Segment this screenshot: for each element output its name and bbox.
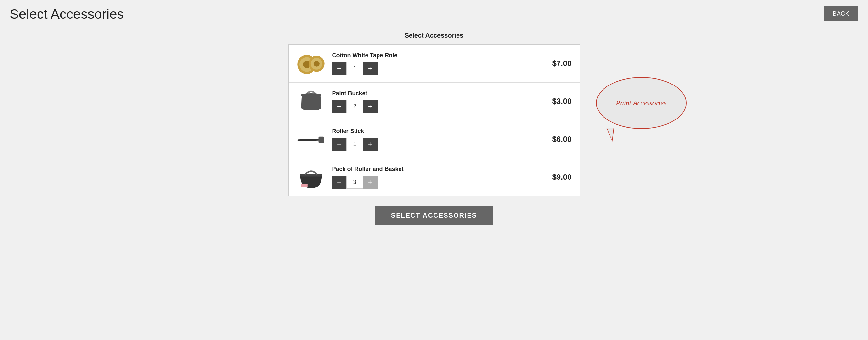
svg-point-7 [301, 93, 321, 97]
quantity-input-tape[interactable] [346, 62, 363, 75]
speech-bubble-text: Paint Accessories [613, 95, 670, 111]
increment-button-bucket[interactable]: + [363, 100, 377, 113]
decrement-button-bucket[interactable]: − [332, 100, 346, 113]
roller-image [297, 126, 326, 152]
quantity-input-bucket[interactable] [346, 100, 363, 113]
accessories-list: Cotton White Tape Role − + $7.00 [288, 44, 580, 196]
table-row: Paint Bucket − + $3.00 [289, 83, 580, 120]
accessory-name: Paint Bucket [332, 90, 536, 97]
bucket-image [297, 88, 326, 114]
accessory-info: Roller Stick − + [332, 128, 536, 151]
decrement-button-roller[interactable]: − [332, 138, 346, 151]
accessory-name: Cotton White Tape Role [332, 52, 536, 59]
speech-bubble-container: Paint Accessories [586, 77, 696, 129]
accessory-info: Cotton White Tape Role − + [332, 52, 536, 75]
table-row: Pack of Roller and Basket − + $9.00 [289, 158, 580, 196]
svg-line-8 [298, 140, 320, 140]
table-row: Cotton White Tape Role − + $7.00 [289, 45, 580, 83]
select-btn-container: SELECT ACCESSORIES [288, 206, 580, 225]
quantity-input-roller[interactable] [346, 138, 363, 151]
svg-rect-10 [300, 174, 322, 177]
accessory-price-basket: $9.00 [542, 173, 572, 182]
back-button[interactable]: BACK [824, 6, 858, 21]
svg-rect-11 [301, 184, 307, 187]
accessory-info: Paint Bucket − + [332, 90, 536, 113]
section-title: Select Accessories [288, 32, 580, 39]
svg-point-5 [313, 61, 319, 67]
decrement-button-tape[interactable]: − [332, 62, 346, 75]
accessory-price-bucket: $3.00 [542, 97, 572, 106]
accessory-name: Roller Stick [332, 128, 536, 135]
page-title: Select Accessories [10, 6, 124, 22]
accessory-info: Pack of Roller and Basket − + [332, 166, 536, 189]
speech-bubble: Paint Accessories [596, 77, 687, 129]
table-row: Roller Stick − + $6.00 [289, 120, 580, 158]
increment-button-tape[interactable]: + [363, 62, 377, 75]
quantity-control: − + [332, 100, 536, 113]
svg-rect-9 [318, 137, 324, 143]
accessory-price-roller: $6.00 [542, 135, 572, 144]
quantity-control: − + [332, 138, 536, 151]
tape-image [297, 51, 326, 76]
basket-image [297, 164, 326, 190]
accessory-price-tape: $7.00 [542, 59, 572, 68]
quantity-control: − + [332, 62, 536, 75]
decrement-button-basket[interactable]: − [332, 176, 346, 189]
quantity-input-basket[interactable] [346, 176, 363, 189]
accessory-name: Pack of Roller and Basket [332, 166, 536, 173]
increment-button-roller[interactable]: + [363, 138, 377, 151]
select-accessories-button[interactable]: SELECT ACCESSORIES [375, 206, 493, 225]
increment-button-basket: + [363, 176, 377, 189]
quantity-control: − + [332, 176, 536, 189]
